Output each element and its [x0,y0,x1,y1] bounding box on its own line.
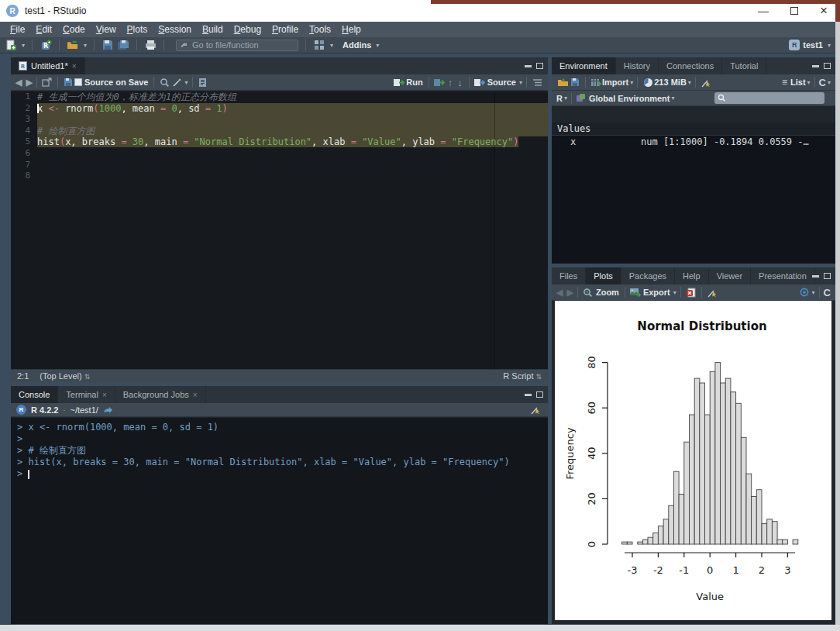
source-on-save-checkbox[interactable] [74,76,83,88]
minimize-pane-icon[interactable] [812,65,819,67]
list-view-caret[interactable]: ▾ [807,79,811,86]
maximize-pane-icon[interactable] [536,391,543,398]
menu-session[interactable]: Session [153,22,197,37]
addins-button[interactable]: Addins [343,40,371,50]
tab-help[interactable]: Help [675,267,709,284]
import-caret[interactable]: ▾ [630,79,633,86]
import-dataset-icon[interactable] [590,76,602,88]
save-all-icon[interactable] [117,39,129,51]
new-file-icon[interactable] [5,39,17,51]
memory-caret[interactable]: ▾ [688,79,691,86]
tab-tutorial[interactable]: Tutorial [722,57,766,74]
tab-plots[interactable]: Plots [586,267,621,284]
new-project-icon[interactable]: R [40,39,52,51]
addins-grid-caret[interactable]: ▾ [330,42,333,49]
print-icon[interactable] [144,39,157,51]
import-button[interactable]: Import [602,78,628,87]
tab-terminal[interactable]: Terminal× [58,386,115,403]
open-file-icon[interactable] [67,39,79,51]
project-menu[interactable]: R test1 ▾ [789,40,831,50]
source-button[interactable]: Source [487,78,516,87]
next-plot-icon[interactable]: ▶ [566,288,573,298]
tab-background-jobs[interactable]: Background Jobs× [115,386,206,403]
zoom-button[interactable]: Zoom [596,288,619,297]
addins-caret[interactable]: ▾ [376,42,379,49]
tab-packages[interactable]: Packages [621,267,675,284]
console-output[interactable]: > x <- rnorm(1000, mean = 0, sd = 1)> > … [11,418,548,624]
source-file-icon[interactable] [473,76,486,88]
code-editor[interactable]: 1# 生成一个均值为0，标准差为1的正态分布数组2x <- rnorm(1000… [11,91,548,369]
menu-debug[interactable]: Debug [229,22,267,37]
maximize-button[interactable] [790,7,798,15]
list-view-label[interactable]: List [790,78,806,87]
tab-close-icon[interactable]: × [72,62,77,71]
tab-connections[interactable]: Connections [659,57,722,74]
language-caret[interactable]: ▾ [564,95,567,102]
maximize-pane-icon[interactable] [536,63,543,69]
compile-report-icon[interactable] [197,76,209,88]
menu-view[interactable]: View [91,22,122,37]
forward-icon[interactable]: ▶ [26,78,32,88]
run-icon[interactable] [392,76,405,88]
menu-plots[interactable]: Plots [122,22,153,37]
new-file-dropdown-caret[interactable]: ▾ [22,42,25,49]
menu-build[interactable]: Build [197,22,229,37]
menu-help[interactable]: Help [336,22,367,37]
refresh-caret[interactable]: ▾ [828,79,831,86]
language-selector[interactable]: R [556,94,563,103]
save-icon[interactable] [102,39,114,51]
clear-console-broom-icon[interactable] [529,404,542,416]
tab-untitled1[interactable]: R Untitled1* × [11,57,85,74]
refresh-icon[interactable]: C [819,77,826,88]
tab-history[interactable]: History [616,57,659,74]
find-replace-icon[interactable] [158,76,170,88]
menu-tools[interactable]: Tools [304,22,336,37]
tab-close-icon[interactable]: × [102,391,107,399]
menu-file[interactable]: File [5,22,30,37]
run-button[interactable]: Run [406,78,422,87]
tab-environment[interactable]: Environment [552,57,616,74]
memory-usage-label[interactable]: 213 MiB [654,78,687,87]
export-button[interactable]: Export [643,288,670,297]
minimize-pane-icon[interactable] [812,275,819,278]
tab-viewer[interactable]: Viewer [709,267,751,284]
menu-edit[interactable]: Edit [30,22,57,37]
remove-plot-icon[interactable] [685,286,697,298]
load-workspace-icon[interactable] [556,76,569,88]
maximize-pane-icon[interactable] [824,63,831,69]
minimize-pane-icon[interactable] [525,394,532,396]
goto-file-search[interactable]: Go to file/function [176,40,298,51]
global-env-selector[interactable]: Global Environment [589,94,670,103]
global-env-caret[interactable]: ▾ [671,95,674,102]
addins-grid-icon[interactable] [313,39,325,51]
previous-plot-icon[interactable]: ◀ [556,288,563,298]
save-doc-icon[interactable] [62,76,74,88]
clear-plots-broom-icon[interactable] [706,286,718,298]
document-outline-icon[interactable] [531,76,543,88]
publish-caret[interactable]: ▾ [812,289,815,296]
code-tools-caret[interactable]: ▾ [184,79,188,86]
environment-object-row[interactable]: xnum [1:1000] -0.1894 0.0559 -… [552,136,835,149]
back-icon[interactable]: ◀ [15,78,22,88]
rerun-icon[interactable] [433,76,446,88]
scope-selector[interactable]: (Top Level)⇅ [40,371,90,381]
open-file-dropdown-caret[interactable]: ▾ [84,42,87,49]
save-workspace-icon[interactable] [569,76,581,88]
menu-code[interactable]: Code [57,22,91,37]
go-next-chunk-icon[interactable]: ↓ [457,77,463,88]
publish-icon[interactable] [798,286,811,298]
maximize-pane-icon[interactable] [824,273,831,279]
code-tools-wand-icon[interactable] [170,76,183,88]
export-plot-icon[interactable] [629,286,642,298]
clear-environment-broom-icon[interactable] [700,76,712,88]
export-caret[interactable]: ▾ [673,289,676,296]
refresh-plot-icon[interactable]: C [824,287,831,298]
tab-files[interactable]: Files [552,267,586,284]
file-type-selector[interactable]: R Script⇅ [503,371,542,381]
menu-profile[interactable]: Profile [267,22,304,37]
source-caret[interactable]: ▾ [519,79,522,86]
list-view-icon[interactable]: ≡ [782,77,787,88]
tab-presentation[interactable]: Presentation [751,267,815,284]
tab-close-icon[interactable]: × [193,391,198,399]
popout-window-icon[interactable] [41,76,53,88]
